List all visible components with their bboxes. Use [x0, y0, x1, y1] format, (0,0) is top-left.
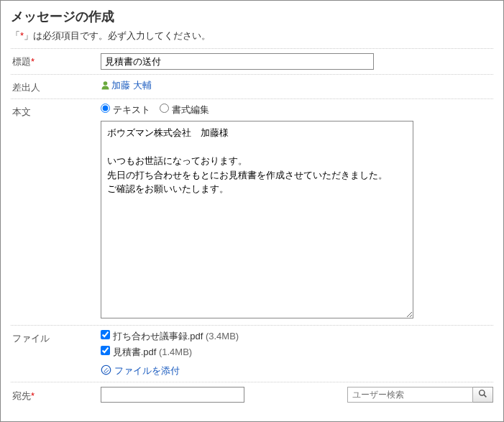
label-file: ファイル [11, 330, 101, 345]
radio-rich-label[interactable]: 書式編集 [160, 104, 209, 115]
label-body: 本文 [11, 104, 101, 119]
required-note-post: 」は必須項目です。必ず入力してください。 [24, 30, 211, 41]
file-item: 打ち合わせ議事録.pdf (3.4MB) [101, 330, 493, 343]
row-body: 本文 テキスト 書式編集 [11, 98, 493, 325]
required-note: 「*」は必須項目です。必ず入力してください。 [11, 29, 493, 42]
row-recipient: 宛先* [11, 382, 493, 407]
label-sender: 差出人 [11, 79, 101, 94]
sender-name: 加藤 大輔 [111, 80, 152, 91]
paperclip-icon [101, 364, 111, 377]
file-size: (1.4MB) [159, 347, 192, 357]
required-mark: * [31, 390, 35, 401]
required-mark: * [31, 56, 35, 67]
radio-rich-text: 書式編集 [172, 104, 209, 115]
file-name: 打ち合わせ議事録.pdf [113, 331, 203, 341]
person-icon [101, 81, 110, 92]
recipient-input[interactable] [101, 387, 244, 403]
file-item: 見積書.pdf (1.4MB) [101, 346, 493, 359]
required-note-pre: 「 [11, 30, 20, 41]
user-search-input[interactable] [347, 387, 473, 403]
radio-rich[interactable] [160, 104, 169, 113]
file-checkbox[interactable] [101, 330, 110, 339]
radio-text-label[interactable]: テキスト [101, 104, 150, 115]
label-recipient-text: 宛先 [12, 390, 31, 401]
label-subject: 標題* [11, 53, 101, 68]
label-recipient: 宛先* [11, 387, 101, 403]
search-icon [478, 389, 487, 400]
label-subject-text: 標題 [12, 56, 31, 67]
body-textarea[interactable] [101, 121, 413, 318]
radio-text-text: テキスト [113, 104, 150, 115]
svg-point-2 [480, 390, 485, 395]
file-checkbox[interactable] [101, 346, 110, 355]
attach-file-link[interactable]: ファイルを添付 [101, 364, 180, 377]
subject-input[interactable] [101, 53, 374, 70]
page-title: メッセージの作成 [11, 8, 493, 25]
row-sender: 差出人 加藤 大輔 [11, 74, 493, 98]
row-file: ファイル 打ち合わせ議事録.pdf (3.4MB) 見積書.pdf (1.4MB… [11, 325, 493, 382]
file-size: (3.4MB) [206, 331, 239, 341]
svg-point-0 [104, 81, 108, 86]
svg-line-3 [484, 395, 486, 397]
body-format-radios: テキスト 書式編集 [101, 104, 493, 116]
sender-link[interactable]: 加藤 大輔 [101, 80, 152, 91]
radio-text[interactable] [101, 104, 110, 113]
attach-label-text: ファイルを添付 [114, 364, 180, 377]
file-name: 見積書.pdf [113, 347, 157, 357]
row-subject: 標題* [11, 48, 493, 74]
user-search-button[interactable] [473, 387, 493, 403]
